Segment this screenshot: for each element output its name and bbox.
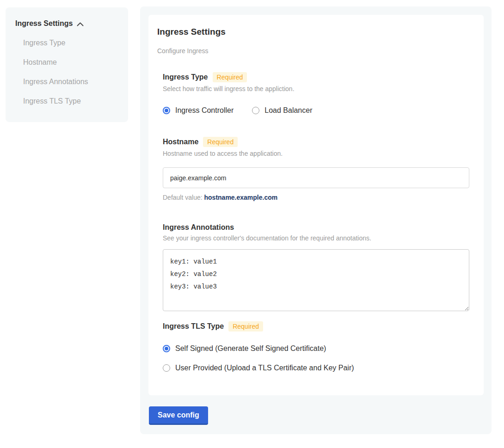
hostname-label: Hostname: [163, 138, 198, 146]
ingress-annotations-help: See your ingress controller's documentat…: [163, 234, 469, 242]
ingress-tls-type-label: Ingress TLS Type: [163, 322, 224, 331]
sidebar-group-label: Ingress Settings: [15, 19, 73, 28]
required-badge: Required: [203, 137, 238, 147]
ingress-type-help: Select how traffic will ingress to the a…: [163, 85, 469, 92]
chevron-up-icon: [76, 22, 84, 27]
required-badge: Required: [228, 321, 263, 331]
radio-option-ingress-controller[interactable]: Ingress Controller: [163, 106, 234, 115]
sidebar-item-ingress-tls-type[interactable]: Ingress TLS Type: [23, 97, 120, 105]
radio-selected-icon[interactable]: [163, 345, 170, 352]
ingress-settings-card: Ingress Settings Configure Ingress Ingre…: [148, 15, 484, 395]
ingress-type-label: Ingress Type: [163, 73, 208, 81]
sidebar-item-ingress-type[interactable]: Ingress Type: [23, 39, 120, 47]
sidebar-group-ingress-settings[interactable]: Ingress Settings: [15, 19, 120, 28]
ingress-tls-radio-group: Self Signed (Generate Self Signed Certif…: [163, 344, 469, 372]
ingress-type-radio-group: Ingress Controller Load Balancer: [163, 106, 469, 115]
radio-option-label[interactable]: Self Signed (Generate Self Signed Certif…: [175, 344, 326, 353]
card-subtitle: Configure Ingress: [157, 47, 475, 55]
section-ingress-tls-type: Ingress TLS Type Required Self Signed (G…: [163, 321, 469, 372]
radio-option-user-provided[interactable]: User Provided (Upload a TLS Certificate …: [163, 364, 469, 372]
required-badge: Required: [213, 72, 247, 82]
radio-option-load-balancer[interactable]: Load Balancer: [252, 106, 312, 115]
hostname-input[interactable]: [163, 167, 469, 188]
radio-selected-icon[interactable]: [163, 107, 170, 114]
section-ingress-type: Ingress Type Required Select how traffic…: [163, 72, 469, 115]
config-nav-sidebar: Ingress Settings Ingress Type Hostname I…: [6, 7, 128, 122]
sidebar-item-hostname[interactable]: Hostname: [23, 58, 120, 67]
radio-unselected-icon[interactable]: [252, 107, 259, 114]
radio-option-label[interactable]: User Provided (Upload a TLS Certificate …: [175, 364, 354, 372]
radio-unselected-icon[interactable]: [163, 364, 170, 372]
card-title: Ingress Settings: [157, 27, 475, 37]
ingress-annotations-textarea[interactable]: key1: value1 key2: value2 key3: value3: [163, 249, 469, 311]
section-ingress-annotations: Ingress Annotations See your ingress con…: [163, 223, 469, 311]
ingress-annotations-label: Ingress Annotations: [163, 223, 234, 232]
hostname-help: Hostname used to access the application.: [163, 150, 469, 157]
sidebar-item-ingress-annotations[interactable]: Ingress Annotations: [23, 78, 120, 86]
section-hostname: Hostname Required Hostname used to acces…: [163, 137, 469, 201]
radio-option-label[interactable]: Load Balancer: [264, 106, 312, 115]
radio-option-self-signed[interactable]: Self Signed (Generate Self Signed Certif…: [163, 344, 469, 353]
sidebar-item-list: Ingress Type Hostname Ingress Annotation…: [15, 39, 120, 105]
config-panel: Ingress Settings Configure Ingress Ingre…: [140, 6, 492, 434]
radio-option-label[interactable]: Ingress Controller: [175, 106, 234, 115]
form-sections: Ingress Type Required Select how traffic…: [163, 72, 469, 372]
default-value-text: hostname.example.com: [204, 194, 278, 201]
hostname-default-line: Default value: hostname.example.com: [163, 194, 469, 201]
config-page: Ingress Settings Ingress Type Hostname I…: [0, 0, 504, 448]
default-value-label: Default value:: [163, 194, 204, 201]
save-config-button[interactable]: Save config: [149, 406, 208, 425]
